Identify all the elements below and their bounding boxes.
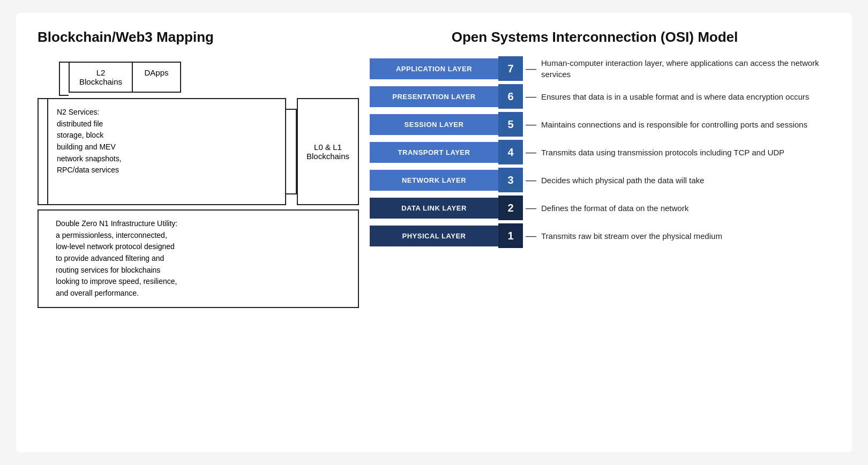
layer-desc-1: Transmits raw bit stream over the physic…	[539, 230, 830, 242]
layer-name-5: SESSION LAYER	[370, 114, 498, 135]
layer-name-4: TRANSPORT LAYER	[370, 142, 498, 163]
layer-number-5: 5	[498, 112, 523, 137]
layer-name-1: PHYSICAL LAYER	[370, 226, 498, 246]
layer-desc-6: Ensures that data is in a usable format …	[539, 91, 830, 102]
osi-layer-3: NETWORK LAYER 3 — Decides which physical…	[370, 168, 830, 192]
dapps-box: DApps	[133, 62, 181, 93]
layer-dash-1: —	[523, 230, 539, 242]
osi-layer-2: DATA LINK LAYER 2 — Defines the format o…	[370, 196, 830, 220]
layer-desc-2: Defines the format of data on the networ…	[539, 202, 830, 214]
osi-layer-6: PRESENTATION LAYER 6 — Ensures that data…	[370, 84, 830, 109]
osi-layer-5: SESSION LAYER 5 — Maintains connections …	[370, 112, 830, 137]
main-container: Blockchain/Web3 Mapping Open Systems Int…	[16, 13, 852, 452]
layer-number-6: 6	[498, 84, 523, 109]
osi-layer-4: TRANSPORT LAYER 4 — Transmits data using…	[370, 140, 830, 164]
layer-dash-6: —	[523, 91, 539, 103]
blockchain-mapping: L2 Blockchains DApps N2 Services: distri…	[38, 56, 359, 436]
right-title: Open Systems Interconnection (OSI) Model	[359, 29, 830, 46]
layer-name-2: DATA LINK LAYER	[370, 198, 498, 219]
layer-number-4: 4	[498, 140, 523, 164]
layer-dash-2: —	[523, 202, 539, 214]
layer-name-3: NETWORK LAYER	[370, 170, 498, 191]
layer-desc-4: Transmits data using transmission protoc…	[539, 147, 830, 158]
osi-layer-7: APPLICATION LAYER 7 — Human-computer int…	[370, 56, 830, 81]
layer-dash-4: —	[523, 146, 539, 159]
osi-layer-1: PHYSICAL LAYER 1 — Transmits raw bit str…	[370, 223, 830, 248]
layer-desc-5: Maintains connections and is responsible…	[539, 119, 830, 130]
l0l1-box: L0 & L1 Blockchains	[297, 98, 359, 205]
layer-name-6: PRESENTATION LAYER	[370, 86, 498, 107]
layer-number-3: 3	[498, 168, 523, 192]
n2-services-box: N2 Services: distributed file storage, b…	[47, 98, 286, 205]
layer-number-7: 7	[498, 56, 523, 81]
layer-number-1: 1	[498, 223, 523, 248]
layer-dash-5: —	[523, 118, 539, 131]
layer-dash-3: —	[523, 174, 539, 186]
osi-model: APPLICATION LAYER 7 — Human-computer int…	[359, 56, 830, 436]
layer-name-7: APPLICATION LAYER	[370, 58, 498, 79]
layer-desc-7: Human-computer interaction layer, where …	[539, 57, 830, 80]
layer-dash-7: —	[523, 63, 539, 75]
main-content: L2 Blockchains DApps N2 Services: distri…	[38, 56, 830, 436]
left-title: Blockchain/Web3 Mapping	[38, 29, 359, 46]
layer-desc-3: Decides which physical path the data wil…	[539, 175, 830, 186]
headers-row: Blockchain/Web3 Mapping Open Systems Int…	[38, 29, 830, 46]
layer-number-2: 2	[498, 196, 523, 220]
l2-box: L2 Blockchains	[69, 62, 133, 93]
double-zero-box: Double Zero N1 Infrastructure Utility: a…	[47, 209, 359, 308]
